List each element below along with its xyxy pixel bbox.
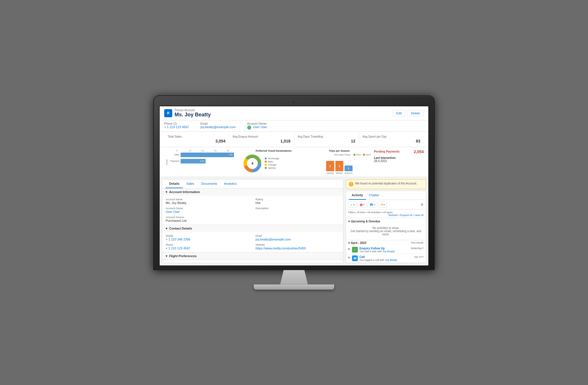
filters-bar: Filters: All time • All activities • All…: [346, 210, 426, 218]
bar-value-payment: 3.1k: [200, 160, 204, 162]
monitor-body: R Person Account Ms. Joy Beatty Edit Del…: [153, 95, 435, 270]
bar-fill-payment: 3.1k: [181, 159, 206, 163]
trips-title: Trips per Season: [308, 149, 370, 152]
donut-chart: Preferred Travel Destinations 4: [242, 149, 305, 174]
legend-baku: Baku: [265, 160, 279, 163]
tab-sales[interactable]: Sales: [183, 180, 198, 188]
stat-avg-days: Avg Days Travelling 12: [294, 134, 359, 145]
monitor-wrapper: R Person Account Ms. Joy Beatty Edit Del…: [153, 95, 435, 289]
activity-expand-0[interactable]: ▶: [348, 247, 350, 250]
field-account-name: Account Name Ms. Joy Beatty: [166, 198, 250, 205]
phone-link[interactable]: + 1 210 123 4567: [164, 125, 189, 129]
header-actions: Edit Delete: [392, 110, 424, 116]
no-activities-sub: Get started by sending an email, schedul…: [349, 230, 422, 236]
tab-details[interactable]: Details: [166, 180, 183, 188]
expand-all-link[interactable]: Expand All: [400, 214, 412, 217]
legend-dot-2023: [363, 154, 365, 156]
field-website: Website https://www.oreilly.com/pub/au/5…: [256, 243, 340, 250]
email-btn-group: ✉ ▾: [378, 202, 387, 208]
contact-details-header: ▾ Contact Details: [162, 225, 343, 232]
activity-date-text-1: Apr 24: [414, 255, 422, 258]
legend-label-chicago: Chicago: [268, 163, 276, 166]
bar-chart: 0 2k 4k 6k 8k Stage Offer: [164, 149, 239, 165]
new-event-button[interactable]: ▦ ▾: [358, 202, 366, 207]
settings-icon[interactable]: ⚙: [421, 203, 423, 207]
flight-prefs-title: Flight Preferences: [169, 254, 197, 258]
charts-row: 0 2k 4k 6k 8k Stage Offer: [160, 147, 428, 177]
activity-date-chevron-1[interactable]: ▾: [422, 255, 423, 258]
new-task-button[interactable]: ✓ ▾: [349, 202, 356, 207]
owner-icon: [247, 126, 251, 130]
trip-bar-winter: 2: [335, 161, 343, 171]
field-label-account-name: Account Name: [166, 198, 250, 201]
tab-documents[interactable]: Documents: [198, 180, 221, 188]
log-call-button[interactable]: ☎ ▾: [368, 202, 377, 207]
monitor-stand: [254, 284, 334, 290]
field-email: Email joy.beatty@example.com: [256, 234, 340, 241]
activity-person-link-0[interactable]: Joy Beatty: [382, 250, 394, 253]
activity-date-chevron-0[interactable]: ▾: [422, 247, 423, 249]
email-icon: ✉: [380, 203, 383, 207]
activity-expand-1[interactable]: ▶: [348, 256, 350, 259]
delete-button[interactable]: Delete: [407, 110, 424, 116]
month-collapse-icon[interactable]: ▾: [348, 241, 350, 245]
stat-value-1: 1,018: [233, 139, 290, 143]
refresh-link[interactable]: Refresh: [388, 214, 398, 217]
field-label-website: Website: [256, 243, 340, 246]
month-header-text: April - 2023: [351, 241, 366, 245]
upcoming-collapse-icon[interactable]: ▾: [348, 220, 350, 223]
collapse-icon[interactable]: ▾: [166, 190, 167, 194]
camera-icon: [293, 101, 295, 103]
field-value-email[interactable]: joy.beatty@example.com: [256, 238, 340, 241]
field-value-owner[interactable]: User User: [166, 210, 250, 213]
owner-link[interactable]: User User: [253, 125, 267, 129]
edit-button[interactable]: Edit: [392, 110, 405, 116]
email-contact: Email joy.beatty@example.com: [200, 122, 236, 129]
field-value-phone[interactable]: + 1 210 123 4567: [166, 247, 250, 250]
activity-content-1: Call You logged a call with Joy Beatty: [359, 255, 412, 261]
tab-activity[interactable]: Activity: [349, 191, 366, 200]
field-mobile: Mobile + 1 210 346 2356: [166, 234, 250, 241]
right-panel: ! We found no potential duplicates of th…: [346, 179, 426, 263]
bar-row-offer: Offer 7.3k: [168, 153, 239, 157]
activity-title-1[interactable]: Call: [359, 255, 412, 259]
flight-collapse-icon[interactable]: ▾: [166, 254, 167, 258]
contact-collapse-icon[interactable]: ▾: [166, 227, 167, 230]
send-email-button[interactable]: ✉ ▾: [379, 202, 386, 207]
field-label-phone: Phone: [166, 243, 250, 246]
field-value-mobile[interactable]: + 1 210 346 2356: [166, 238, 250, 241]
trips-chart: Trips per Season End Date (Year) 2022 20…: [308, 149, 370, 174]
contact-details-title: Contact Details: [169, 227, 192, 230]
bar-row-payment: Payment 3.1k: [168, 159, 239, 163]
legend-label-anchorage: Anchorage: [268, 157, 279, 160]
trip-col-autumn: 1 Autumn: [345, 165, 353, 174]
upcoming-header: ▾ Upcoming & Overdue: [348, 220, 423, 223]
donut-svg: 4: [242, 153, 262, 174]
pending-payments: Pending Payments 2,054 Last Interaction:…: [374, 149, 424, 163]
tab-analytics[interactable]: Analytics: [220, 180, 240, 188]
view-all-link[interactable]: View All: [415, 214, 423, 217]
calendar-chevron-icon: ▾: [363, 203, 364, 206]
owner-contact: Account Owner User User: [247, 122, 267, 129]
stat-total-sales: Total Sales 3,054: [164, 134, 229, 145]
axis-label-1: 2k: [189, 149, 201, 152]
activity-person-link-1[interactable]: Joy Beatty: [385, 259, 397, 261]
activity-title-0[interactable]: Enquiry Follow Up: [359, 247, 409, 250]
field-label-mobile: Mobile: [166, 234, 250, 237]
activity-icon-1: ☎: [352, 255, 358, 261]
field-value-website[interactable]: https://www.oreilly.com/pub/au/5450: [256, 247, 340, 250]
legend-label-2023: 2023: [365, 153, 371, 156]
account-info-section: ▾ Account Information Account Name Ms. J…: [162, 188, 343, 225]
trip-bar-autumn: 1: [345, 165, 353, 171]
donut-container: 4 Anchorage Baku: [242, 153, 305, 174]
stat-label-3: Avg Spent per Day: [363, 135, 420, 138]
tab-chatter[interactable]: Chatter: [366, 191, 382, 200]
owner-label: Account Owner: [247, 122, 267, 125]
pending-row: Pending Payments 2,054: [374, 149, 424, 154]
field-phone: Phone + 1 210 123 4567: [166, 243, 250, 250]
contact-details-body: Mobile + 1 210 346 2356 Email joy.beatty…: [162, 232, 343, 252]
trip-value-winter: 2: [339, 165, 340, 168]
stat-value-2: 12: [298, 139, 355, 143]
email-link[interactable]: joy.beatty@example.com: [200, 125, 236, 129]
legend-dot-sydney: [265, 167, 267, 169]
